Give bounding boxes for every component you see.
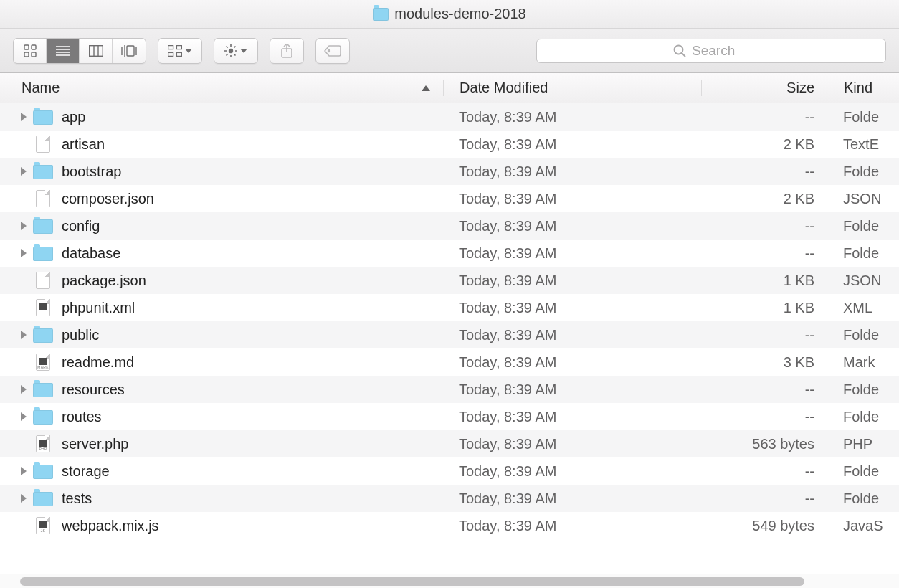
file-row[interactable]: appToday, 8:39 AM--Folde bbox=[0, 103, 899, 131]
chevron-right-icon bbox=[21, 467, 27, 475]
disclosure-triangle[interactable] bbox=[19, 221, 29, 231]
cell-size: 563 bytes bbox=[701, 436, 829, 452]
file-row[interactable]: routesToday, 8:39 AM--Folde bbox=[0, 403, 899, 430]
edit-tags-button[interactable] bbox=[316, 39, 349, 63]
cell-kind: TextE bbox=[829, 136, 899, 153]
cell-kind: Folde bbox=[829, 163, 899, 180]
view-gallery-button[interactable] bbox=[113, 39, 146, 63]
view-list-button[interactable] bbox=[47, 39, 80, 63]
disclosure-triangle[interactable] bbox=[19, 412, 29, 422]
cell-name: public bbox=[0, 327, 443, 343]
cell-size: -- bbox=[701, 490, 829, 507]
file-icon bbox=[36, 136, 50, 153]
file-row[interactable]: configToday, 8:39 AM--Folde bbox=[0, 212, 899, 240]
cell-name: config bbox=[0, 218, 443, 234]
chevron-down-icon bbox=[240, 49, 247, 53]
file-row[interactable]: composer.jsonToday, 8:39 AM2 KBJSON bbox=[0, 185, 899, 212]
cell-date: Today, 8:39 AM bbox=[443, 381, 701, 398]
cell-name: resources bbox=[0, 381, 443, 398]
file-row[interactable]: storageToday, 8:39 AM--Folde bbox=[0, 457, 899, 485]
file-list[interactable]: appToday, 8:39 AM--FoldeartisanToday, 8:… bbox=[0, 103, 899, 551]
file-type-tag: MARK bbox=[37, 366, 49, 369]
column-header-name[interactable]: Name bbox=[0, 80, 443, 96]
view-columns-button[interactable] bbox=[80, 39, 113, 63]
svg-rect-3 bbox=[32, 52, 36, 57]
svg-rect-18 bbox=[176, 52, 181, 56]
view-icons-button[interactable] bbox=[14, 39, 47, 63]
file-row[interactable]: MARKreadme.mdToday, 8:39 AM3 KBMark bbox=[0, 348, 899, 376]
folder-icon bbox=[33, 492, 53, 506]
disclosure-triangle[interactable] bbox=[19, 384, 29, 394]
file-icon bbox=[36, 299, 50, 316]
column-header-size[interactable]: Size bbox=[701, 80, 829, 96]
cell-name: app bbox=[0, 109, 443, 125]
cell-name: artisan bbox=[0, 136, 443, 153]
column-header-label: Name bbox=[22, 80, 60, 96]
arrange-button[interactable] bbox=[158, 39, 201, 63]
disclosure-triangle[interactable] bbox=[19, 330, 29, 340]
file-row[interactable]: package.jsonToday, 8:39 AM1 KBJSON bbox=[0, 267, 899, 294]
file-row[interactable]: publicToday, 8:39 AM--Folde bbox=[0, 321, 899, 348]
horizontal-scrollbar[interactable] bbox=[0, 574, 899, 588]
folder-icon bbox=[33, 110, 53, 125]
search-input[interactable] bbox=[692, 43, 749, 59]
cell-kind: JavaS bbox=[829, 518, 899, 534]
file-icon bbox=[36, 272, 50, 289]
column-header-date[interactable]: Date Modified bbox=[443, 80, 701, 96]
file-name: composer.json bbox=[62, 191, 154, 207]
disclosure-triangle[interactable] bbox=[19, 466, 29, 476]
cell-kind: Folde bbox=[829, 109, 899, 125]
cell-name: database bbox=[0, 245, 443, 262]
disclosure-triangle[interactable] bbox=[19, 248, 29, 258]
file-row[interactable]: phpunit.xmlToday, 8:39 AM1 KBXML bbox=[0, 294, 899, 321]
action-menu-button[interactable] bbox=[214, 39, 257, 63]
cell-date: Today, 8:39 AM bbox=[443, 463, 701, 480]
file-row[interactable]: databaseToday, 8:39 AM--Folde bbox=[0, 240, 899, 267]
cell-date: Today, 8:39 AM bbox=[443, 272, 701, 289]
file-row[interactable]: artisanToday, 8:39 AM2 KBTextE bbox=[0, 131, 899, 158]
window-title: modules-demo-2018 bbox=[394, 6, 525, 22]
cell-size: -- bbox=[701, 163, 829, 180]
cell-kind: Folde bbox=[829, 490, 899, 507]
cell-date: Today, 8:39 AM bbox=[443, 327, 701, 343]
disclosure-triangle[interactable] bbox=[19, 166, 29, 176]
chevron-right-icon bbox=[21, 385, 27, 394]
file-name: artisan bbox=[62, 136, 105, 153]
cell-date: Today, 8:39 AM bbox=[443, 109, 701, 125]
search-field[interactable] bbox=[536, 39, 886, 63]
cell-size: -- bbox=[701, 245, 829, 262]
cell-date: Today, 8:39 AM bbox=[443, 163, 701, 180]
cell-kind: XML bbox=[829, 300, 899, 316]
chevron-right-icon bbox=[21, 412, 27, 421]
cell-size: -- bbox=[701, 327, 829, 343]
view-mode-group bbox=[13, 38, 146, 64]
cell-date: Today, 8:39 AM bbox=[443, 245, 701, 262]
file-name: config bbox=[62, 218, 100, 234]
file-row[interactable]: JSwebpack.mix.jsToday, 8:39 AM549 bytesJ… bbox=[0, 512, 899, 539]
cell-size: 1 KB bbox=[701, 300, 829, 316]
scrollbar-thumb[interactable] bbox=[20, 577, 804, 586]
cell-kind: Folde bbox=[829, 245, 899, 262]
cell-kind: Folde bbox=[829, 381, 899, 398]
svg-rect-1 bbox=[32, 45, 36, 49]
file-row[interactable]: testsToday, 8:39 AM--Folde bbox=[0, 485, 899, 512]
folder-icon bbox=[33, 383, 53, 397]
folder-icon bbox=[33, 219, 53, 234]
cell-kind: Mark bbox=[829, 354, 899, 371]
svg-line-25 bbox=[234, 54, 235, 55]
share-button[interactable] bbox=[270, 39, 303, 63]
cell-size: -- bbox=[701, 381, 829, 398]
file-row[interactable]: resourcesToday, 8:39 AM--Folde bbox=[0, 376, 899, 403]
file-row[interactable]: PHPserver.phpToday, 8:39 AM563 bytesPHP bbox=[0, 430, 899, 457]
column-header-label: Size bbox=[786, 80, 814, 95]
file-icon: JS bbox=[36, 517, 50, 534]
chevron-right-icon bbox=[21, 249, 27, 257]
disclosure-triangle[interactable] bbox=[19, 112, 29, 122]
disclosure-triangle[interactable] bbox=[19, 493, 29, 503]
file-icon: MARK bbox=[36, 354, 50, 371]
cell-size: -- bbox=[701, 409, 829, 425]
file-name: routes bbox=[62, 409, 102, 425]
column-header-kind[interactable]: Kind bbox=[829, 80, 899, 96]
file-name: package.json bbox=[62, 272, 146, 289]
file-row[interactable]: bootstrapToday, 8:39 AM--Folde bbox=[0, 158, 899, 185]
